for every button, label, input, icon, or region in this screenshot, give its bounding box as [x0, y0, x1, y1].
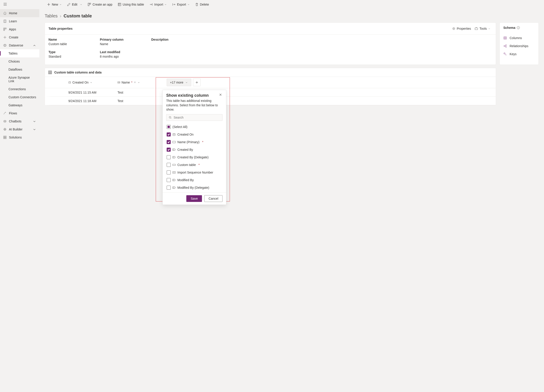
checkbox[interactable]	[167, 163, 171, 167]
schema-keys[interactable]: Keys	[500, 50, 538, 58]
hd-label: Properties	[457, 27, 471, 30]
svg-rect-28	[173, 149, 175, 151]
svg-rect-32	[173, 179, 175, 181]
create-app-button[interactable]: Create an app	[85, 1, 115, 8]
row-label: Created By (Delegate)	[177, 155, 208, 159]
book-icon	[3, 19, 7, 23]
svg-rect-7	[5, 136, 6, 137]
using-table-button[interactable]: Using this table	[116, 1, 146, 8]
nav-connections[interactable]: Connections	[0, 85, 39, 93]
cell-created: 9/24/2021 11:15 AM	[66, 89, 115, 96]
nav-label: Chatbots	[9, 119, 30, 123]
column-row[interactable]: Name (Primary) *	[165, 138, 224, 146]
column-header-name[interactable]: Name *	[115, 77, 165, 88]
sort-asc-icon	[134, 81, 136, 84]
row-label: Modified By	[177, 178, 194, 182]
flyout-title: Show existing column	[166, 93, 219, 98]
more-columns-button[interactable]: +17 more	[167, 79, 191, 86]
save-button[interactable]: Save	[186, 195, 202, 202]
text-icon	[118, 81, 120, 84]
tb-label: Import	[154, 3, 163, 6]
nav-apps[interactable]: Apps	[0, 25, 39, 33]
checkbox-indeterminate[interactable]	[167, 125, 171, 129]
checkbox[interactable]	[167, 170, 171, 175]
info-icon[interactable]	[517, 26, 520, 29]
nav-home[interactable]: Home	[0, 9, 39, 17]
nav-solutions[interactable]: Solutions	[0, 133, 39, 141]
tools-button[interactable]: Tools	[473, 26, 492, 31]
table-row[interactable]: 9/24/2021 11:15 AMTest	[45, 88, 496, 97]
search-input[interactable]	[174, 116, 220, 119]
add-column-button[interactable]	[193, 79, 201, 86]
nav-dataflows[interactable]: Dataflows	[0, 65, 39, 74]
close-button[interactable]	[219, 93, 223, 97]
column-row[interactable]: Import Sequence Number	[165, 169, 224, 176]
checkbox[interactable]	[167, 132, 171, 136]
nav-create[interactable]: Create	[0, 33, 39, 41]
table-row[interactable]: 9/24/2021 11:18 AMTest	[45, 97, 496, 105]
edit-icon	[67, 3, 71, 6]
checkbox[interactable]	[167, 155, 171, 159]
select-all-row[interactable]: (Select All)	[165, 123, 224, 131]
nav-label: Choices	[8, 60, 36, 63]
row-label: Custom table	[177, 163, 196, 167]
search-box[interactable]	[166, 114, 223, 121]
datetime-icon	[68, 81, 71, 84]
nav-gateways[interactable]: Gateways	[0, 101, 39, 109]
key-icon	[172, 163, 176, 166]
column-list[interactable]: (Select All) Created On Name (Primary)	[163, 123, 226, 192]
nav-tables[interactable]: Tables	[0, 49, 39, 57]
nav-custom-connectors[interactable]: Custom Connectors	[0, 93, 39, 101]
cell-name: Test	[115, 89, 165, 96]
chatbot-icon	[3, 119, 7, 123]
nav-synapse[interactable]: Azure Synapse Link	[0, 74, 39, 85]
properties-button[interactable]: Properties	[450, 26, 473, 31]
checkbox[interactable]	[167, 186, 171, 190]
export-button[interactable]: Export	[170, 1, 192, 8]
column-row[interactable]: Modified By (Delegate)	[165, 184, 224, 191]
column-header-created[interactable]: Created On	[66, 77, 115, 88]
show-column-flyout: Show existing column This table has addi…	[162, 90, 226, 205]
row-label: Created On	[177, 133, 194, 136]
tb-label: Edit	[72, 3, 77, 6]
svg-rect-31	[173, 171, 175, 173]
home-icon	[3, 12, 7, 15]
delete-button[interactable]: Delete	[193, 1, 211, 8]
checkbox[interactable]	[167, 148, 171, 152]
nav-ai-builder[interactable]: AI Builder	[0, 125, 39, 133]
column-row[interactable]: Created By (Delegate)	[165, 153, 224, 161]
schema-relationships[interactable]: Relationships	[500, 42, 538, 50]
breadcrumb-tables[interactable]: Tables	[45, 13, 58, 18]
nav-flows[interactable]: Flows	[0, 109, 39, 117]
nav-choices[interactable]: Choices	[0, 57, 39, 65]
nav-dataverse[interactable]: Dataverse	[0, 41, 39, 49]
column-row[interactable]: Modified On	[165, 191, 224, 192]
column-row[interactable]: Modified By	[165, 176, 224, 184]
data-title: Custom table columns and data	[54, 70, 102, 74]
column-row[interactable]: Created On	[165, 131, 224, 138]
row-label: Created By	[177, 148, 193, 152]
nav-chatbots[interactable]: Chatbots	[0, 117, 39, 125]
export-icon	[172, 3, 176, 6]
chevron-down-icon	[33, 119, 36, 123]
nav-label: Azure Synapse Link	[8, 76, 36, 83]
nav-learn[interactable]: Learn	[0, 17, 39, 25]
nav-label: Solutions	[9, 135, 36, 139]
app-icon	[88, 3, 91, 6]
checkbox[interactable]	[167, 178, 171, 182]
edit-button[interactable]: Edit	[65, 1, 84, 8]
lookup-icon	[172, 148, 176, 151]
hamburger-menu[interactable]	[0, 0, 39, 9]
apps-icon	[3, 28, 7, 31]
cancel-button[interactable]: Cancel	[204, 195, 223, 202]
new-button[interactable]: New	[45, 1, 64, 8]
checkbox[interactable]	[167, 140, 171, 144]
plus-icon	[47, 3, 51, 6]
column-row[interactable]: Created By	[165, 146, 224, 153]
schema-title: Schema	[503, 26, 515, 29]
columns-icon	[503, 36, 507, 40]
schema-columns[interactable]: Columns	[500, 34, 538, 42]
column-row[interactable]: Custom table *	[165, 161, 224, 169]
import-button[interactable]: Import	[147, 1, 169, 8]
svg-point-3	[4, 121, 5, 122]
